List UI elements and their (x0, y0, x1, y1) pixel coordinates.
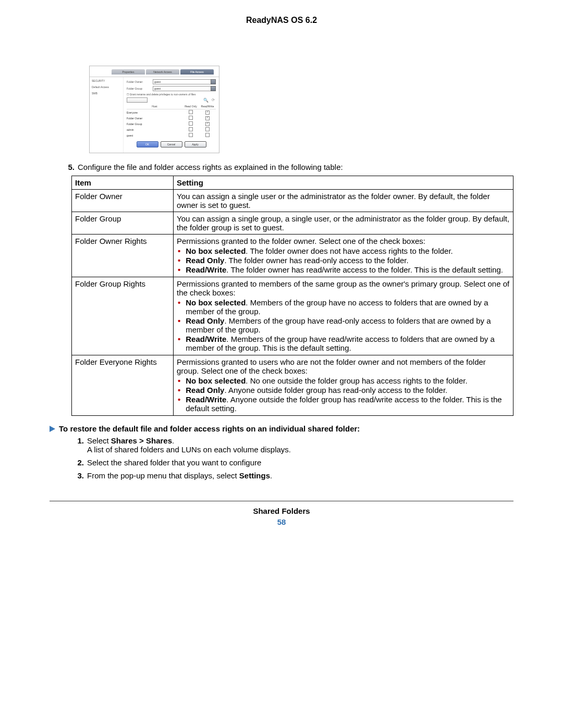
ss-col-rw: Read/Write (199, 105, 216, 108)
footer-section: Shared Folders (50, 507, 513, 515)
cell-bullets: No box selected. Members of the group ha… (177, 298, 510, 352)
ss-list-row: Everyone (127, 109, 216, 115)
cell-setting: Permissions granted to members of the sa… (174, 277, 513, 355)
ss-apply-button: Apply (185, 141, 206, 147)
table-row: Folder GroupYou can assign a single grou… (72, 212, 513, 235)
cell-item: Folder Group (72, 212, 174, 235)
cell-intro: Permissions granted to the folder owner.… (177, 237, 510, 245)
bullet-item: No box selected. The folder owner does n… (177, 246, 510, 255)
procedure-step: 3.From the pop-up menu that displays, se… (71, 471, 513, 480)
table-row: Folder Group RightsPermissions granted t… (72, 277, 513, 355)
step-number: 1. (71, 436, 87, 454)
ss-list-row: admin (127, 127, 216, 132)
cell-item: Folder Owner (72, 190, 174, 212)
step-number: 2. (71, 458, 87, 467)
bullet-item: Read/Write. Anyone outside the folder gr… (177, 395, 510, 413)
page-header: ReadyNAS OS 6.2 (50, 16, 513, 25)
ss-list-row: Folder Group (127, 121, 216, 127)
ss-left-smb: SMB (92, 92, 121, 95)
ss-grant-checkbox-text: ☐ Grant rename and delete privileges to … (127, 93, 216, 96)
cell-item: Folder Everyone Rights (72, 355, 174, 416)
cell-intro: Permissions granted to members of the sa… (177, 279, 510, 297)
bullet-item: No box selected. No one outside the fold… (177, 376, 510, 385)
bullet-item: Read Only. The folder owner has read-onl… (177, 256, 510, 265)
ss-left-security: SECURITY (92, 79, 121, 82)
ss-left-default: Default Access (92, 85, 121, 89)
step-subtext: A list of shared folders and LUNs on eac… (87, 445, 513, 454)
procedure-arrow-icon (50, 426, 55, 432)
table-row: Folder OwnerYou can assign a single user… (72, 190, 513, 212)
ss-col-ro: Read Only (182, 105, 199, 108)
ss-list-row: guest (127, 132, 216, 138)
step-text: From the pop-up menu that displays, sele… (87, 471, 513, 480)
th-setting: Setting (174, 176, 513, 190)
footer-page-number: 58 (50, 517, 513, 526)
cell-setting: Permissions granted to users who are not… (174, 355, 513, 416)
ss-group-value: guest (153, 86, 211, 91)
bullet-item: Read/Write. The folder owner has read/wr… (177, 265, 510, 274)
bullet-item: Read Only. Anyone outside folder group h… (177, 386, 510, 394)
cell-setting: Permissions granted to the folder owner.… (174, 235, 513, 277)
procedure-step: 2.Select the shared folder that you want… (71, 458, 513, 467)
embedded-screenshot: Properties Network Access File Access SE… (89, 66, 219, 153)
procedure-title: To restore the default file and folder a… (59, 424, 360, 433)
footer-divider (50, 501, 513, 501)
procedure-step: 1.Select Shares > Shares.A list of share… (71, 436, 513, 454)
ss-ok-button: OK (137, 141, 158, 147)
ss-filter-dropdown (127, 97, 148, 103)
table-row: Folder Owner RightsPermissions granted t… (72, 235, 513, 277)
ss-tab-file: File Access (180, 69, 214, 75)
cell-item: Folder Owner Rights (72, 235, 174, 277)
ss-grant-label: Grant rename and delete privileges to no… (129, 93, 195, 96)
step-number: 3. (71, 471, 87, 480)
ss-owner-value: guest (153, 79, 211, 84)
bullet-item: Read/Write. Members of the group have re… (177, 335, 510, 352)
refresh-icon: ⟳ (212, 98, 215, 102)
step-text: Select the shared folder that you want t… (87, 458, 513, 467)
cell-item: Folder Group Rights (72, 277, 174, 355)
ss-col-host: Host (127, 105, 182, 108)
ss-tab-properties: Properties (112, 69, 145, 75)
ss-list-row: Folder Owner (127, 115, 216, 121)
ss-cancel-button: Cancel (161, 141, 182, 147)
bullet-item: No box selected. Members of the group ha… (177, 298, 510, 316)
step5-text: Configure the file and folder access rig… (78, 163, 513, 171)
table-row: Folder Everyone RightsPermissions grante… (72, 355, 513, 416)
bullet-item: Read Only. Members of the group have rea… (177, 316, 510, 334)
search-icon: 🔍 (203, 98, 209, 103)
cell-setting: You can assign a single user or the admi… (174, 190, 513, 212)
cell-bullets: No box selected. The folder owner does n… (177, 246, 510, 274)
settings-table: Item Setting Folder OwnerYou can assign … (71, 176, 513, 416)
ss-group-label: Folder Group: (127, 87, 153, 90)
ss-owner-dropdown (211, 79, 216, 84)
cell-setting: You can assign a single group, a single … (174, 212, 513, 235)
cell-intro: Permissions granted to users who are not… (177, 357, 510, 375)
ss-group-dropdown (211, 86, 216, 91)
step-text: Select Shares > Shares.A list of shared … (87, 436, 513, 454)
th-item: Item (72, 176, 174, 190)
ss-owner-label: Folder Owner: (127, 80, 153, 83)
step5-number: 5. (62, 163, 78, 171)
ss-tab-network: Network Access (146, 69, 179, 75)
cell-bullets: No box selected. No one outside the fold… (177, 376, 510, 413)
